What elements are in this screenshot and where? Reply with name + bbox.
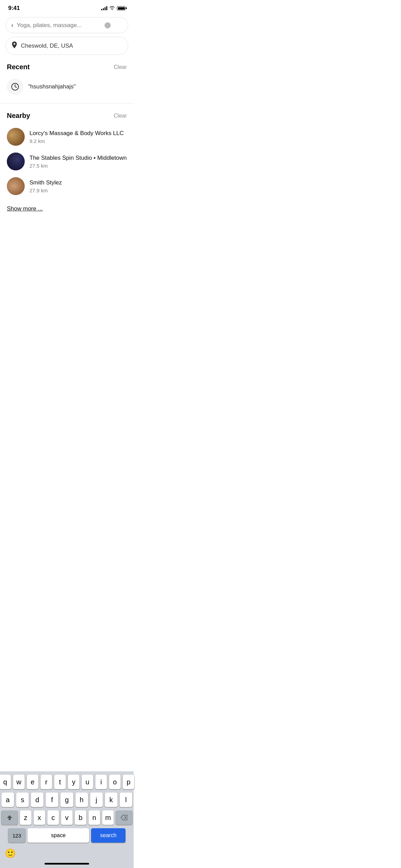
nearby-dist-2: 27.9 km	[29, 188, 62, 193]
nearby-name-2: Smith Stylez	[29, 179, 62, 186]
nearby-dist-0: 9.2 km	[29, 138, 124, 144]
recent-clear-button[interactable]: Clear	[114, 64, 127, 70]
nearby-section: Nearby Clear Lorcy's Massage & Body Work…	[0, 106, 134, 201]
nearby-thumb-1	[7, 153, 25, 170]
location-wrapper[interactable]: Cheswold, DE, USA	[5, 37, 128, 55]
nearby-dist-1: 27.5 km	[29, 163, 127, 169]
nearby-item-1[interactable]: The Stables Spin Studio • Middletown 27.…	[7, 149, 127, 174]
status-icons	[101, 6, 125, 11]
nearby-thumb-2	[7, 177, 25, 195]
recent-header: Recent Clear	[7, 63, 127, 71]
search-input-wrapper[interactable]: ‹	[5, 17, 128, 33]
nearby-name-1: The Stables Spin Studio • Middletown	[29, 154, 127, 162]
nearby-thumb-0	[7, 128, 25, 146]
signal-icon	[101, 6, 107, 10]
nearby-name-0: Lorcy's Massage & Body Works LLC	[29, 130, 124, 137]
nearby-header: Nearby Clear	[7, 112, 127, 120]
recent-section: Recent Clear "hsushsnahjahajs"	[0, 58, 134, 100]
svg-point-0	[14, 43, 15, 45]
status-bar: 9:41	[0, 0, 134, 14]
nearby-item-2[interactable]: Smith Stylez 27.9 km	[7, 174, 127, 198]
recent-title: Recent	[7, 63, 30, 71]
back-button[interactable]: ‹	[11, 22, 13, 29]
location-text: Cheswold, DE, USA	[21, 43, 73, 49]
recent-item-text: "hsushsnahjahajs"	[28, 83, 76, 90]
clock-icon	[7, 79, 23, 95]
wifi-icon	[109, 6, 115, 11]
nearby-item-0[interactable]: Lorcy's Massage & Body Works LLC 9.2 km	[7, 124, 127, 149]
nearby-info-0: Lorcy's Massage & Body Works LLC 9.2 km	[29, 130, 124, 144]
nearby-clear-button[interactable]: Clear	[114, 113, 127, 119]
battery-icon	[117, 6, 125, 10]
status-time: 9:41	[8, 5, 20, 12]
location-pin-icon	[11, 41, 17, 50]
nearby-info-2: Smith Stylez 27.9 km	[29, 179, 62, 193]
nearby-title: Nearby	[7, 112, 30, 120]
divider	[0, 103, 134, 104]
cursor-indicator	[105, 22, 111, 28]
recent-item[interactable]: "hsushsnahjahajs"	[7, 76, 127, 98]
show-more-button[interactable]: Show more ...	[7, 201, 43, 218]
search-area: ‹ Cheswold, DE, USA	[0, 14, 134, 58]
nearby-info-1: The Stables Spin Studio • Middletown 27.…	[29, 154, 127, 168]
